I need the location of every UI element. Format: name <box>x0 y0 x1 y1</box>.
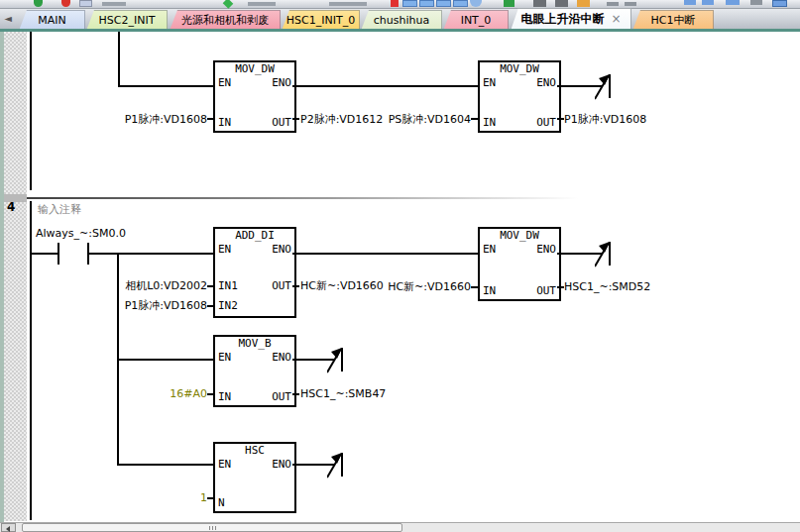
function-block-mov-dw-2[interactable]: MOV_DW EN ENO IN OUT <box>478 60 561 133</box>
function-block-mov-dw-3[interactable]: MOV_DW EN ENO IN OUT <box>478 227 561 301</box>
block-title: MOV_B <box>215 337 294 351</box>
operand-out[interactable]: HC新~:VD1660 <box>300 279 384 292</box>
toolbar-icon-fragment[interactable] <box>702 0 714 5</box>
open-branch-arrow-icon <box>327 346 345 373</box>
toolbar-icon-fragment[interactable] <box>607 2 619 6</box>
operand-in-constant[interactable]: 16#A0 <box>149 387 207 400</box>
toolbar-icon-fragment[interactable] <box>453 0 468 7</box>
operand-in[interactable]: PS脉冲:VD1604 <box>382 113 471 126</box>
operand-in[interactable]: HC新~:VD1660 <box>382 280 471 293</box>
port-in2: IN2 <box>218 300 238 312</box>
function-block-mov-dw-1[interactable]: MOV_DW EN ENO IN OUT <box>213 60 296 133</box>
wire-segment <box>292 253 478 255</box>
tab-scroll-left-icon[interactable]: ◄ <box>1 11 15 27</box>
toolbar-icon-fragment[interactable] <box>684 0 696 5</box>
contact-bar-left[interactable] <box>57 243 59 265</box>
port-eno: ENO <box>272 352 291 364</box>
tab-label: HC1中断 <box>651 14 696 27</box>
scrollbar-left-button[interactable] <box>1 523 16 532</box>
network-comment[interactable]: 输入注释 <box>38 203 81 216</box>
tab-label: chushihua <box>374 14 429 27</box>
port-eno: ENO <box>536 77 556 89</box>
tab-main[interactable]: MAIN <box>19 10 85 31</box>
port-out: OUT <box>272 280 291 292</box>
toolbar-icon-fragment[interactable] <box>402 0 417 7</box>
operand-out[interactable]: HSC1_~:SMD52 <box>564 280 650 293</box>
block-title: MOV_DW <box>215 62 294 76</box>
open-branch-arrow-icon <box>595 240 613 267</box>
operand-out[interactable]: HSC1_~:SMB47 <box>300 387 386 400</box>
function-block-hsc[interactable]: HSC EN ENO N <box>213 442 296 513</box>
plc-editor-window: ◄ MAIN HSC2_INIT 光源和相机和剥废 HSC1_INIT_0 ch… <box>0 0 800 532</box>
toolbar-icon-fragment[interactable] <box>470 0 482 7</box>
toolbar-icon-fragment[interactable] <box>772 0 787 7</box>
toolbar-icon-fragment[interactable] <box>625 2 636 6</box>
operand-in2[interactable]: P1脉冲:VD1608 <box>117 299 207 312</box>
tab-chushihua[interactable]: chushihua <box>361 10 442 31</box>
port-eno: ENO <box>536 244 556 256</box>
wire-segment <box>118 85 213 87</box>
operand-out[interactable]: P1脉冲:VD1608 <box>564 113 646 126</box>
toolbar-icon-fragment[interactable] <box>248 2 276 6</box>
toolbar-icon-fragment[interactable] <box>436 0 451 7</box>
toolbar-icon-fragment[interactable] <box>329 2 367 6</box>
scrollbar-grip <box>215 526 216 530</box>
tab-hsc1-init-0[interactable]: HSC1_INIT_0 <box>282 10 360 31</box>
port-en: EN <box>483 244 496 256</box>
toolbar-icon-fragment[interactable] <box>223 0 234 9</box>
function-block-add-di[interactable]: ADD_DI EN ENO IN1 IN2 OUT <box>213 227 296 318</box>
toolbar-icon-fragment[interactable] <box>102 2 126 6</box>
operand-stub <box>292 285 299 287</box>
close-icon[interactable]: × <box>611 12 621 26</box>
toolbar-strip <box>0 0 800 9</box>
port-in: IN <box>483 117 496 129</box>
toolbar-icon-fragment[interactable] <box>504 0 514 7</box>
toolbar-icon-fragment[interactable] <box>61 0 70 7</box>
port-en: EN <box>218 244 231 256</box>
operand-stub <box>207 285 213 287</box>
port-out: OUT <box>272 391 291 403</box>
toolbar-icon-fragment[interactable] <box>555 0 568 7</box>
toolbar-icon-fragment[interactable] <box>750 0 762 5</box>
wire-segment <box>31 253 59 255</box>
operand-n-constant[interactable]: 1 <box>183 491 207 504</box>
operand-stub <box>471 118 478 120</box>
port-in: IN <box>218 117 231 129</box>
contact-label[interactable]: Always_~:SM0.0 <box>36 227 126 240</box>
tab-int-0[interactable]: INT_0 <box>443 10 509 31</box>
scrollbar-grip <box>212 526 213 530</box>
tab-guangyuan[interactable]: 光源和相机和剥废 <box>170 10 281 31</box>
operand-stub <box>207 393 213 395</box>
open-branch-arrow-icon <box>595 72 613 100</box>
network-margin[interactable] <box>4 32 27 521</box>
tab-hsc2-init[interactable]: HSC2_INIT <box>86 10 168 31</box>
toolbar-icon-fragment[interactable] <box>726 0 740 5</box>
operand-in1[interactable]: 相机L0:VD2002 <box>117 279 207 292</box>
tab-label: HSC1_INIT_0 <box>286 14 355 27</box>
operand-in[interactable]: P1脉冲:VD1608 <box>117 113 207 126</box>
toolbar-icon-fragment[interactable] <box>533 0 546 7</box>
wire-segment <box>292 85 478 87</box>
toolbar-icon-fragment[interactable] <box>391 0 399 7</box>
operand-stub <box>207 305 213 307</box>
tab-underline <box>0 29 800 32</box>
port-in: IN <box>483 285 496 297</box>
toolbar-icon-fragment[interactable] <box>419 0 434 7</box>
tab-dianyan-interrupt-active[interactable]: 电眼上升沿中断× <box>511 8 631 31</box>
port-en: EN <box>218 352 231 364</box>
tab-label: 电眼上升沿中断 <box>520 12 604 26</box>
toolbar-icon-fragment[interactable] <box>79 0 92 7</box>
port-eno: ENO <box>272 244 291 256</box>
network-separator-line <box>27 197 578 199</box>
operand-stub <box>471 286 478 288</box>
operand-out[interactable]: P2脉冲:VD1612 <box>300 113 383 126</box>
function-block-mov-b[interactable]: MOV_B EN ENO IN OUT <box>213 335 296 407</box>
tab-hc1-interrupt[interactable]: HC1中断 <box>632 10 714 31</box>
toolbar-icon-fragment[interactable] <box>577 0 590 7</box>
power-rail <box>30 32 32 190</box>
toolbar-icon-fragment[interactable] <box>34 0 43 7</box>
horizontal-scrollbar-thumb[interactable] <box>22 523 402 532</box>
port-n: N <box>218 497 225 509</box>
port-in1: IN1 <box>218 280 238 292</box>
port-en: EN <box>218 459 231 471</box>
